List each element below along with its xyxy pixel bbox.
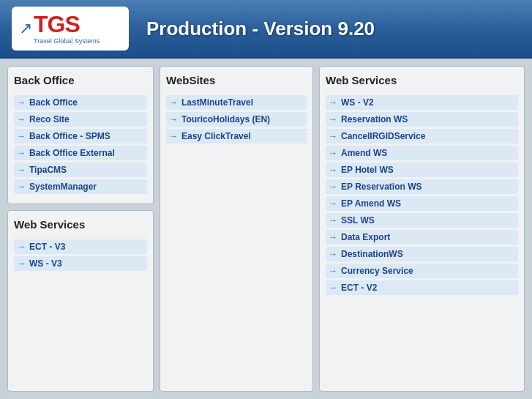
web-services-bottom-title: Web Services — [14, 218, 147, 234]
wsmain-label-11: ECT - V2 — [341, 283, 377, 293]
wsmain-item-10[interactable]: → Currency Service — [326, 264, 518, 278]
back-office-label-4: TipaCMS — [29, 165, 67, 175]
back-office-label-0: Back Office — [29, 97, 78, 108]
wsmain-item-2[interactable]: → CancelIRGIDService — [326, 129, 518, 143]
wsmain-label-9: DestinationWS — [341, 249, 403, 259]
wsmain-item-8[interactable]: → Data Export — [326, 230, 518, 245]
arrow-icon-wm8: → — [329, 232, 337, 242]
arrow-icon-0: → — [17, 97, 26, 108]
wsmain-label-8: Data Export — [341, 232, 390, 242]
arrow-icon-4: → — [17, 165, 26, 175]
wsmain-label-1: Reservation WS — [341, 114, 408, 124]
back-office-item-4[interactable]: → TipaCMS — [14, 163, 147, 177]
arrow-icon-wm0: → — [329, 97, 337, 108]
arrow-icon-wm3: → — [329, 148, 337, 158]
wsmain-label-10: Currency Service — [341, 266, 413, 276]
wsmain-label-4: EP Hotel WS — [341, 165, 394, 175]
websites-panel: WebSites → LastMinuteTravel → TouricoHol… — [160, 66, 313, 392]
arrow-icon-wm11: → — [329, 283, 337, 293]
wsmain-label-6: EP Amend WS — [341, 198, 401, 209]
ws-bottom-item-0[interactable]: → ECT - V3 — [14, 239, 147, 254]
arrow-icon-ws1: → — [169, 114, 178, 124]
back-office-item-3[interactable]: → Back Office External — [14, 146, 147, 160]
websites-item-1[interactable]: → TouricoHolidays (EN) — [166, 112, 307, 127]
arrow-icon-wm5: → — [329, 182, 337, 192]
wsmain-item-9[interactable]: → DestinationWS — [326, 247, 518, 261]
mid-column: WebSites → LastMinuteTravel → TouricoHol… — [160, 66, 313, 392]
page-title: Production - Version 9.20 — [146, 18, 375, 40]
wsmain-item-1[interactable]: → Reservation WS — [326, 112, 518, 127]
wsmain-label-3: Amend WS — [341, 148, 387, 158]
right-column: Web Services → WS - V2 → Reservation WS … — [319, 66, 525, 392]
back-office-title: Back Office — [14, 74, 147, 89]
arrow-icon-wm9: → — [329, 249, 337, 259]
arrow-icon-ws2: → — [169, 131, 178, 141]
websites-item-0[interactable]: → LastMinuteTravel — [166, 95, 307, 110]
wsmain-label-2: CancelIRGIDService — [341, 131, 425, 141]
back-office-item-0[interactable]: → Back Office — [14, 95, 147, 110]
logo-text-block: TGS Travel Global Systems — [34, 12, 100, 45]
arrow-icon-1: → — [17, 114, 26, 124]
websites-label-2: Easy ClickTravel — [181, 131, 251, 141]
arrow-icon-5: → — [17, 182, 26, 192]
arrow-icon-wm7: → — [329, 215, 337, 225]
websites-title: WebSites — [166, 74, 307, 89]
wsmain-item-6[interactable]: → EP Amend WS — [326, 196, 518, 211]
web-services-bottom-panel: Web Services → ECT - V3 → WS - V3 — [7, 210, 154, 392]
wsmain-item-4[interactable]: → EP Hotel WS — [326, 163, 518, 177]
logo-arrow-icon: ↗ — [19, 19, 32, 38]
arrow-icon-2: → — [17, 131, 26, 141]
websites-label-0: LastMinuteTravel — [181, 97, 253, 108]
left-column: Back Office → Back Office → Reco Site → … — [7, 66, 154, 392]
arrow-icon-wm6: → — [329, 198, 337, 209]
arrow-icon-3: → — [17, 148, 26, 158]
web-services-main-panel: Web Services → WS - V2 → Reservation WS … — [319, 66, 525, 392]
back-office-item-5[interactable]: → SystemManager — [14, 179, 147, 194]
wsmain-label-7: SSL WS — [341, 215, 375, 225]
back-office-label-5: SystemManager — [29, 182, 97, 192]
ws-bottom-label-1: WS - V3 — [29, 258, 62, 269]
ws-bottom-item-1[interactable]: → WS - V3 — [14, 256, 147, 271]
ws-bottom-label-0: ECT - V3 — [29, 242, 65, 252]
arrow-icon-wm2: → — [329, 131, 337, 141]
wsmain-item-5[interactable]: → EP Reservation WS — [326, 179, 518, 194]
wsmain-item-0[interactable]: → WS - V2 — [326, 95, 518, 110]
wsmain-item-7[interactable]: → SSL WS — [326, 213, 518, 228]
wsmain-label-5: EP Reservation WS — [341, 182, 422, 192]
back-office-panel: Back Office → Back Office → Reco Site → … — [7, 66, 154, 204]
arrow-icon-wm4: → — [329, 165, 337, 175]
wsmain-item-11[interactable]: → ECT - V2 — [326, 280, 518, 295]
arrow-icon-wm1: → — [329, 114, 337, 124]
arrow-icon-wm10: → — [329, 266, 337, 276]
web-services-main-title: Web Services — [326, 74, 518, 89]
main-content: Back Office → Back Office → Reco Site → … — [0, 59, 532, 399]
app-header: ↗ TGS Travel Global Systems Production -… — [0, 0, 532, 59]
arrow-icon-ws-b0: → — [17, 242, 26, 252]
wsmain-label-0: WS - V2 — [341, 97, 374, 108]
arrow-icon-ws-b1: → — [17, 258, 26, 269]
logo-area: ↗ TGS Travel Global Systems — [12, 7, 129, 51]
logo-tgs: TGS — [34, 12, 80, 36]
websites-item-2[interactable]: → Easy ClickTravel — [166, 129, 307, 143]
back-office-label-1: Reco Site — [29, 114, 70, 124]
back-office-item-2[interactable]: → Back Office - SPMS — [14, 129, 147, 143]
websites-label-1: TouricoHolidays (EN) — [181, 114, 270, 124]
wsmain-item-3[interactable]: → Amend WS — [326, 146, 518, 160]
logo-tagline: Travel Global Systems — [34, 37, 100, 45]
back-office-label-3: Back Office External — [29, 148, 115, 158]
arrow-icon-ws0: → — [169, 97, 178, 108]
back-office-label-2: Back Office - SPMS — [29, 131, 110, 141]
back-office-item-1[interactable]: → Reco Site — [14, 112, 147, 127]
